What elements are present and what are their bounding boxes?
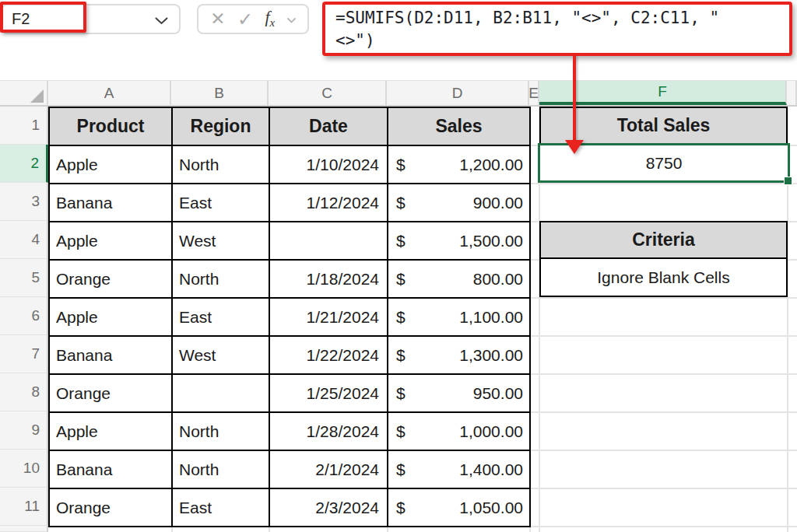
row-header-1[interactable]: 1	[0, 107, 48, 145]
currency-symbol: $	[396, 156, 406, 174]
column-header-a[interactable]: A	[48, 81, 171, 105]
currency-symbol: $	[396, 194, 406, 212]
grid-line	[529, 297, 797, 299]
row-header-5[interactable]: 5	[0, 259, 48, 297]
row-header-4[interactable]: 4	[0, 221, 48, 259]
cell-c3-date[interactable]: 1/12/2024	[270, 184, 388, 222]
cell-a6-product[interactable]: Apple	[50, 299, 173, 337]
cell-c10-date[interactable]: 2/1/2024	[270, 451, 388, 489]
enter-icon[interactable]: ✓	[237, 10, 253, 29]
table-row: AppleWest$1,500.00	[50, 222, 531, 261]
cell-c4-date[interactable]	[270, 222, 388, 261]
table-row: BananaEast1/12/2024$900.00	[50, 184, 531, 222]
cell-d6-sales[interactable]: $1,100.00	[388, 299, 531, 337]
row-header-8[interactable]: 8	[0, 373, 48, 411]
name-box[interactable]: F2	[1, 4, 181, 34]
excel-window: F2 ✕ ✓ fx =SUMIFS(D2:D11, B2:B11, "<>", …	[0, 0, 797, 532]
cell-a3-product[interactable]: Banana	[50, 184, 173, 222]
table-row: AppleNorth1/28/2024$1,000.00	[50, 413, 531, 451]
cell-a5-product[interactable]: Orange	[50, 261, 173, 299]
cell-b5-region[interactable]: North	[173, 261, 270, 299]
function-dropdown-icon[interactable]	[287, 18, 296, 23]
cell-a11-product[interactable]: Orange	[50, 489, 173, 527]
column-header-d[interactable]: D	[387, 81, 529, 105]
header-cell-region[interactable]: Region	[173, 108, 270, 146]
row-header-2[interactable]: 2	[0, 145, 48, 183]
cell-c7-date[interactable]: 1/22/2024	[270, 337, 388, 375]
column-header-strip: ABCDEF	[0, 80, 797, 107]
cell-b7-region[interactable]: West	[173, 337, 270, 375]
cell-b9-region[interactable]: North	[173, 413, 270, 451]
cell-d8-sales[interactable]: $950.00	[388, 375, 531, 413]
row-header-6[interactable]: 6	[0, 297, 48, 335]
cell-a9-product[interactable]: Apple	[50, 413, 173, 451]
cell-c2-date[interactable]: 1/10/2024	[270, 146, 388, 184]
insert-function-icon[interactable]: fx	[265, 9, 275, 29]
cell-c9-date[interactable]: 1/28/2024	[270, 413, 388, 451]
table-row: BananaWest1/22/2024$1,300.00	[50, 337, 531, 375]
cell-d10-sales[interactable]: $1,400.00	[388, 451, 531, 489]
cell-d11-sales[interactable]: $1,050.00	[388, 489, 531, 527]
select-all-triangle-icon	[30, 89, 44, 103]
formula-input[interactable]: =SUMIFS(D2:D11, B2:B11, "<>", C2:C11, " …	[322, 2, 792, 56]
cell-b2-region[interactable]: North	[173, 146, 270, 184]
cell-a4-product[interactable]: Apple	[50, 222, 173, 261]
cell-d9-sales[interactable]: $1,000.00	[388, 413, 531, 451]
sales-amount: 1,400.00	[459, 460, 523, 479]
currency-symbol: $	[396, 384, 406, 403]
column-header-partial[interactable]	[787, 81, 797, 105]
header-cell-product[interactable]: Product	[50, 108, 173, 146]
column-header-b[interactable]: B	[171, 81, 269, 105]
cell-c5-date[interactable]: 1/18/2024	[270, 261, 388, 299]
cell-c8-date[interactable]: 1/25/2024	[270, 375, 388, 413]
total-sales-label: Total Sales	[617, 115, 711, 136]
cell-f4-criteria-header[interactable]: Criteria	[541, 222, 786, 259]
cell-d3-sales[interactable]: $900.00	[388, 184, 531, 222]
header-cell-sales[interactable]: Sales	[388, 108, 531, 146]
cell-a7-product[interactable]: Banana	[50, 337, 173, 375]
cell-c11-date[interactable]: 2/3/2024	[270, 489, 388, 527]
cell-b6-region[interactable]: East	[173, 299, 270, 337]
cell-d4-sales[interactable]: $1,500.00	[388, 222, 531, 261]
cell-b4-region[interactable]: West	[173, 222, 270, 261]
cell-f5-criteria-value[interactable]: Ignore Blank Cells	[541, 259, 786, 296]
cell-a8-product[interactable]: Orange	[50, 375, 173, 413]
row-header-9[interactable]: 9	[0, 411, 48, 450]
cell-b10-region[interactable]: North	[173, 451, 270, 489]
row-header-7[interactable]: 7	[0, 335, 48, 373]
table-row: AppleNorth1/10/2024$1,200.00	[50, 146, 531, 184]
grid-line	[529, 373, 797, 375]
cell-d5-sales[interactable]: $800.00	[388, 261, 531, 299]
column-header-c[interactable]: C	[269, 81, 387, 105]
grid-line	[529, 411, 797, 413]
sales-amount: 1,100.00	[459, 308, 523, 327]
cell-b8-region[interactable]	[173, 375, 270, 413]
row-header-10[interactable]: 10	[0, 450, 48, 488]
cell-f1-total-sales-header[interactable]: Total Sales	[539, 107, 788, 145]
column-header-e[interactable]: E	[529, 81, 539, 105]
header-cell-date[interactable]: Date	[270, 108, 388, 146]
cancel-icon[interactable]: ✕	[210, 10, 225, 28]
column-header-f[interactable]: F	[539, 81, 787, 105]
cell-d7-sales[interactable]: $1,300.00	[388, 337, 531, 375]
formula-line-1: =SUMIFS(D2:D11, B2:B11, "<>", C2:C11, "	[335, 7, 789, 30]
selection-fill-handle[interactable]	[784, 177, 792, 185]
cell-b11-region[interactable]: East	[173, 489, 270, 527]
cell-c6-date[interactable]: 1/21/2024	[270, 299, 388, 337]
currency-symbol: $	[396, 232, 406, 250]
row-header-3[interactable]: 3	[0, 183, 48, 221]
sales-amount: 1,500.00	[459, 232, 523, 250]
select-all-corner[interactable]	[0, 81, 48, 105]
cell-d2-sales[interactable]: $1,200.00	[388, 146, 531, 184]
currency-symbol: $	[396, 308, 406, 327]
name-box-dropdown-icon[interactable]	[155, 17, 168, 25]
criteria-label: Criteria	[632, 229, 695, 250]
row-header-11[interactable]: 11	[0, 488, 48, 526]
fx-x: x	[270, 17, 276, 30]
cell-a2-product[interactable]: Apple	[50, 146, 173, 184]
row-header-partial	[0, 526, 48, 532]
currency-symbol: $	[396, 270, 406, 289]
cell-a10-product[interactable]: Banana	[50, 451, 173, 489]
sales-amount: 950.00	[473, 384, 523, 403]
cell-b3-region[interactable]: East	[173, 184, 270, 222]
